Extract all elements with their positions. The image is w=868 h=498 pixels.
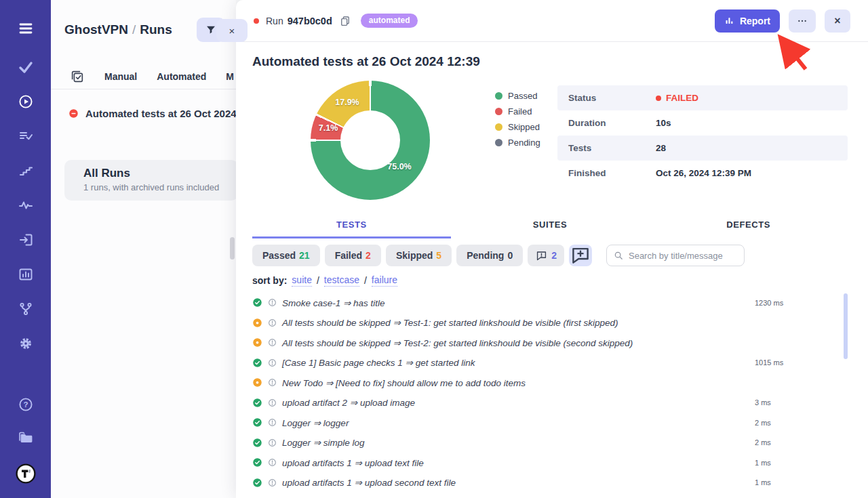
test-duration: 1230 ms [755, 299, 783, 307]
legend-dot-passed [495, 92, 502, 100]
sidebar-item-sign-in[interactable] [18, 232, 34, 248]
sidebar-item-pulse[interactable] [18, 197, 34, 213]
sort-link-suite[interactable]: suite [292, 274, 312, 287]
select-all-icon[interactable] [70, 69, 85, 84]
test-duration: 3 ms [755, 398, 771, 407]
donut-hole [340, 110, 400, 170]
report-button[interactable]: Report [715, 9, 780, 33]
summary-label: Status [557, 93, 656, 103]
legend-label: Failed [508, 106, 532, 117]
failed-dot [656, 96, 661, 101]
test-row[interactable]: Logger ⇒ simple log2 ms [252, 433, 848, 453]
close-button[interactable]: × [825, 9, 850, 33]
summary-row: StatusFAILED [557, 85, 848, 110]
test-row[interactable]: All tests should be skipped ⇒ Test-1: ge… [252, 313, 848, 333]
filter-row: Passed21Failed2Skipped5Pending0 2 [252, 245, 848, 266]
sort-link-failure[interactable]: failure [372, 274, 397, 287]
test-title: All tests should be skipped ⇒ Test-2: ge… [282, 337, 633, 348]
test-title: Smoke case-1 ⇒ has title [282, 297, 385, 308]
panel-close-button[interactable]: × [216, 19, 248, 42]
search-input[interactable] [629, 251, 748, 261]
svg-text:?: ? [23, 400, 28, 409]
sidebar-item-branch[interactable] [18, 301, 34, 317]
legend-label: Pending [508, 138, 540, 148]
sort-row: sort by:suite/testcase/failure [252, 274, 848, 287]
sidebar-item-logo[interactable] [15, 463, 37, 484]
passed-icon [252, 438, 262, 448]
detail-tabs: TESTSSUITESDEFECTS [252, 220, 848, 238]
filter-failed-button[interactable]: Failed2 [325, 245, 381, 266]
sidebar-item-menu[interactable] [18, 20, 34, 37]
test-row[interactable]: Smoke case-1 ⇒ has title1230 ms [252, 293, 848, 313]
sort-link-testcase[interactable]: testcase [324, 274, 359, 287]
test-row[interactable]: New Todo ⇒ [Need to fix] should allow me… [252, 373, 848, 393]
test-row[interactable]: All tests should be skipped ⇒ Test-2: ge… [252, 333, 848, 353]
sidebar-item-steps[interactable] [18, 163, 34, 179]
test-title: All tests should be skipped ⇒ Test-1: ge… [282, 317, 618, 328]
test-row[interactable]: upload artifacts 1 ⇒ upload second text … [252, 473, 848, 493]
sidebar-item-bar-chart[interactable] [18, 266, 34, 283]
test-row[interactable]: upload artifact 2 ⇒ upload image3 ms [252, 393, 848, 413]
test-row[interactable]: upload artifacts 1 ⇒ upload text file1 m… [252, 453, 848, 473]
clock-icon [268, 298, 277, 307]
legend-item: Pending [495, 138, 549, 148]
run-detail-content: Automated tests at 26 Oct 2024 12:39 75.… [236, 54, 868, 493]
test-title: Logger ⇒ simple log [282, 437, 365, 448]
clock-icon [268, 398, 277, 407]
run-detail-topbar: Run 947b0c0d automated Report × [236, 0, 868, 42]
filter-skipped-button[interactable]: Skipped5 [386, 245, 452, 266]
play-circle-icon [18, 94, 34, 110]
failed-run-icon [68, 108, 79, 119]
test-duration: 2 ms [755, 419, 771, 427]
report-button-label: Report [740, 16, 770, 26]
all-runs-card[interactable]: All Runs 1 runs, with archived runs incl… [64, 160, 236, 201]
bar-chart-icon [18, 266, 34, 283]
copy-icon[interactable] [339, 15, 351, 27]
filter-label: Pending [467, 250, 504, 261]
slice-label: 7.1% [319, 123, 338, 133]
run-id: 947b0c0d [288, 16, 332, 26]
sidebar-item-help[interactable]: ? [18, 396, 34, 413]
sidebar-item-play-circle[interactable] [18, 94, 34, 110]
clock-icon [268, 418, 277, 427]
comment-icon [535, 249, 548, 262]
summary-label: Duration [557, 118, 656, 128]
more-button[interactable] [789, 9, 816, 33]
sidebar-item-gear[interactable] [18, 335, 34, 352]
sidebar-item-list-check[interactable] [18, 128, 34, 144]
filter-pending-button[interactable]: Pending0 [456, 245, 523, 266]
legend-dot-failed [495, 108, 502, 115]
comments-filter-button[interactable]: 2 [528, 245, 564, 266]
filter-count: 0 [507, 250, 513, 261]
panel-drag-handle[interactable] [230, 237, 235, 260]
add-comment-button[interactable] [569, 245, 592, 266]
legend-label: Passed [508, 91, 537, 101]
tab-tests[interactable]: TESTS [252, 220, 451, 238]
status-filters: Passed21Failed2Skipped5Pending0 [252, 245, 523, 266]
tab-suites[interactable]: SUITES [451, 220, 650, 238]
tab-manual[interactable]: Manual [104, 71, 137, 82]
pulse-icon [18, 197, 34, 213]
passed-icon [252, 417, 262, 428]
chart-row: 75.0%7.1%17.9% PassedFailedSkippedPendin… [252, 81, 848, 200]
logo-icon [15, 463, 37, 484]
tab-mixed[interactable]: M [226, 71, 234, 82]
filter-passed-button[interactable]: Passed21 [252, 245, 320, 266]
sidebar-item-check[interactable] [18, 59, 34, 75]
sidebar-item-folder[interactable] [18, 430, 34, 446]
tab-automated[interactable]: Automated [157, 71, 206, 82]
breadcrumb-project[interactable]: GhostVPN [64, 22, 128, 37]
tab-defects[interactable]: DEFECTS [649, 220, 848, 238]
run-list-item[interactable]: Automated tests at 26 Oct 2024 12:39 [51, 108, 236, 119]
automated-badge: automated [361, 14, 418, 28]
test-row[interactable]: Logger ⇒ logger2 ms [252, 413, 848, 433]
summary-value: Oct 26, 2024 12:39 PM [656, 168, 751, 178]
test-row[interactable]: [Case 1] Basic page checks 1 ⇒ get start… [252, 353, 848, 373]
legend-dot-pending [495, 139, 502, 146]
scrollbar-thumb[interactable] [844, 293, 848, 359]
test-title: Logger ⇒ logger [282, 417, 349, 428]
summary-row: Tests28 [557, 136, 848, 161]
summary-label: Tests [557, 143, 656, 153]
summary-value: 10s [656, 118, 671, 128]
clock-icon [268, 478, 277, 487]
